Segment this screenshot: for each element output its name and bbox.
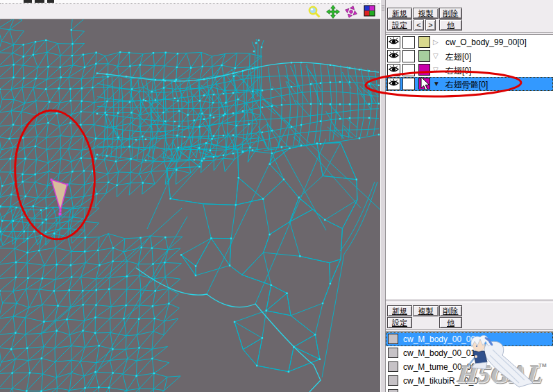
object-color-swatch[interactable]	[418, 36, 430, 48]
object-duplicate-button[interactable]: 複製	[413, 8, 439, 19]
object-label: 右翅[0]	[445, 65, 471, 77]
material-row[interactable]: cw_M_body_00_01	[386, 346, 553, 360]
object-toggle-button[interactable]	[402, 36, 415, 49]
material-label: cw_M_body_00_01	[403, 348, 475, 358]
wireframe-mesh	[0, 19, 380, 392]
object-toggle-button[interactable]	[402, 78, 415, 90]
object-toggle-button[interactable]	[402, 50, 415, 62]
object-label: 右翅骨骼[0]	[445, 79, 488, 91]
object-next-button[interactable]: >	[425, 19, 436, 31]
object-delete-button[interactable]: 削除	[439, 8, 462, 19]
material-row[interactable]: cw_M_body_00_00	[386, 332, 553, 346]
object-prev-button[interactable]: <	[414, 19, 424, 31]
object-other-button[interactable]: 他	[439, 19, 462, 31]
selected-face[interactable]	[51, 180, 67, 211]
visibility-eye-button[interactable]	[387, 36, 400, 49]
material-row[interactable]: cw_M_tume_00_00	[386, 360, 553, 374]
material-swatch[interactable]	[388, 389, 398, 392]
material-swatch[interactable]	[388, 348, 398, 358]
visibility-eye-button[interactable]	[387, 64, 400, 76]
menu-text-fragment	[24, 0, 32, 3]
material-swatch[interactable]	[388, 361, 398, 372]
viewport-3d[interactable]	[0, 19, 380, 392]
material-other-button[interactable]: 他	[439, 317, 462, 328]
material-label: cw_M_body_00_00	[403, 334, 475, 344]
side-panel: 新規複製削除設定<>他 ▷cw_O_body_99_00[0]▽左翅[0]▽右翅…	[386, 0, 553, 392]
material-delete-button[interactable]: 削除	[439, 305, 462, 316]
object-row[interactable]: ▽右翅[0]	[386, 63, 553, 77]
menu-text-fragment	[47, 0, 54, 3]
object-row[interactable]: ▼右翅骨骼[0]	[386, 77, 553, 91]
separator	[386, 300, 553, 302]
material-label: cw_M_tikubiR_00_0	[403, 376, 478, 386]
material-settings-button[interactable]: 設定	[387, 317, 412, 328]
rotate-icon[interactable]	[344, 5, 358, 19]
zoom-icon[interactable]	[307, 5, 321, 19]
viewport-toolbar	[0, 4, 383, 19]
object-color-swatch[interactable]	[418, 50, 430, 62]
pan-move-icon[interactable]	[326, 5, 340, 19]
object-row[interactable]: ▽左翅[0]	[386, 49, 553, 63]
object-toggle-button[interactable]	[402, 64, 415, 76]
menu-text-fragment	[35, 0, 44, 3]
object-color-swatch[interactable]	[418, 64, 430, 76]
tree-expand-arrow[interactable]: ▽	[433, 51, 439, 61]
tree-expand-arrow[interactable]: ▷	[433, 37, 439, 47]
material-swatch[interactable]	[388, 334, 398, 344]
material-row[interactable]	[386, 388, 553, 392]
object-color-swatch[interactable]	[418, 78, 430, 90]
material-row[interactable]: cw_M_tikubiR_00_0	[386, 374, 553, 388]
app-window: 新規複製削除設定<>他 ▷cw_O_body_99_00[0]▽左翅[0]▽右翅…	[0, 0, 553, 392]
view-color-quad-icon[interactable]	[364, 5, 375, 17]
object-label: 左翅[0]	[445, 51, 471, 63]
panel-splitter[interactable]	[380, 0, 386, 392]
tree-expand-arrow[interactable]: ▽	[433, 65, 439, 75]
material-duplicate-button[interactable]: 複製	[413, 305, 439, 316]
material-swatch[interactable]	[388, 375, 398, 386]
object-row[interactable]: ▷cw_O_body_99_00[0]	[386, 35, 553, 49]
visibility-eye-button[interactable]	[387, 78, 400, 90]
object-label: cw_O_body_99_00[0]	[445, 37, 527, 47]
material-new-button[interactable]: 新規	[387, 305, 412, 316]
object-new-button[interactable]: 新規	[387, 8, 412, 19]
visibility-eye-button[interactable]	[387, 50, 400, 62]
material-list[interactable]: cw_M_body_00_00cw_M_body_00_01cw_M_tume_…	[386, 331, 553, 392]
tree-expand-arrow[interactable]: ▼	[433, 79, 440, 89]
object-list[interactable]: ▷cw_O_body_99_00[0]▽左翅[0]▽右翅[0]▼右翅骨骼[0]	[386, 34, 553, 299]
object-settings-button[interactable]: 設定	[387, 19, 412, 31]
material-label: cw_M_tume_00_00	[403, 362, 476, 372]
